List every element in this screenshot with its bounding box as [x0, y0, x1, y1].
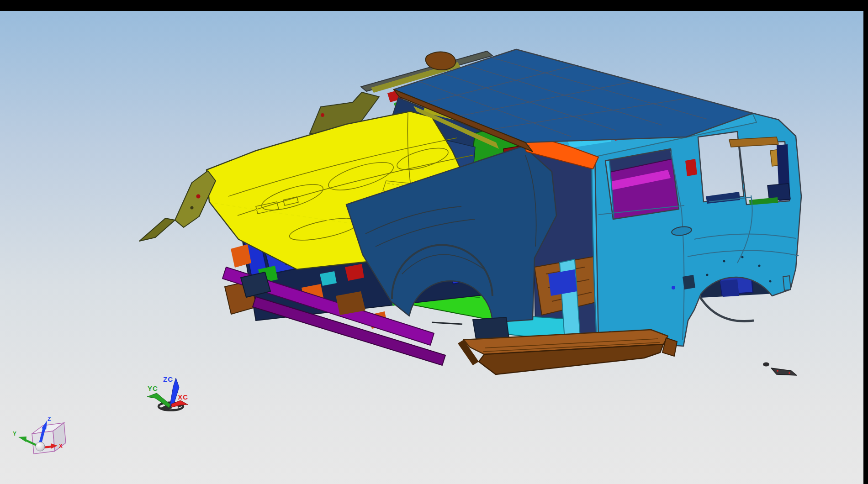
- debris-red-dot1: [777, 370, 778, 372]
- part-interior-blue-box[interactable]: [548, 269, 577, 296]
- wcs-y-label[interactable]: YC: [148, 384, 158, 392]
- wcs-z-label[interactable]: ZC: [163, 375, 173, 383]
- wcs-x-label[interactable]: XC: [178, 393, 188, 401]
- application-window: ZC YC XC Z Y X: [0, 0, 868, 484]
- view-z-label: Z: [48, 416, 51, 422]
- rail-red-dot: [196, 195, 201, 199]
- view-y-label: Y: [13, 431, 16, 437]
- right-black-bar: [863, 11, 868, 484]
- part-door-corner-wedge: [683, 275, 695, 289]
- part-arch-blue-box-face: [720, 279, 739, 297]
- part-cpillar-red-patch[interactable]: [685, 159, 697, 176]
- top-black-bar: [0, 0, 868, 11]
- debris-red-dot2: [789, 372, 790, 374]
- part-header-bracket[interactable]: [426, 52, 456, 70]
- cad-viewport[interactable]: ZC YC XC Z Y X: [0, 0, 868, 484]
- part-rear-tab[interactable]: [783, 276, 791, 290]
- part-debris-dot[interactable]: [763, 363, 769, 367]
- view-x-label: X: [59, 443, 63, 449]
- rail-hole: [191, 206, 194, 210]
- view-origin-sphere[interactable]: [36, 442, 45, 451]
- part-cowl-red-dot: [321, 113, 324, 117]
